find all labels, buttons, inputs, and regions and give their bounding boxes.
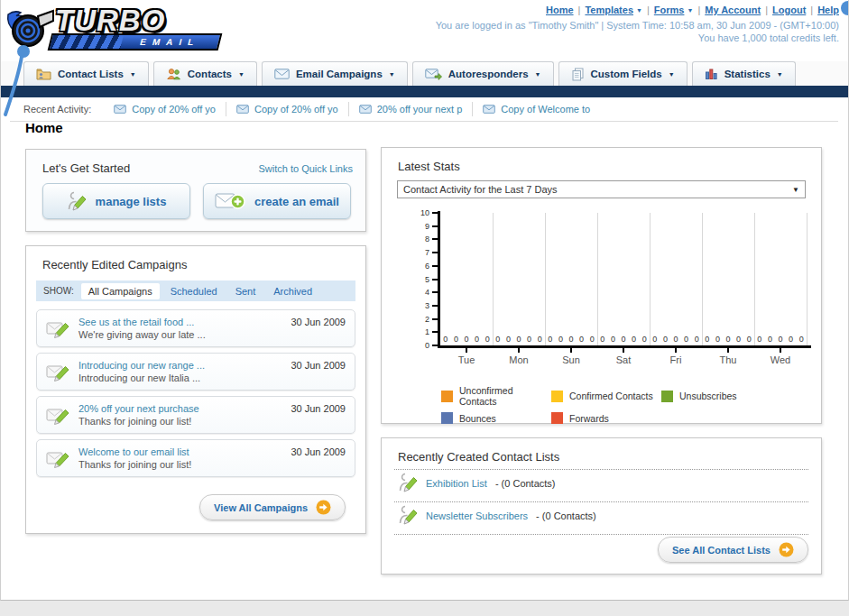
top-nav: Home|Templates▼|Forms▼|My Account|Logout… [436,5,839,15]
tab-email-campaigns[interactable]: Email Campaigns▼ [262,61,408,86]
chart-y-tick-label: 9 [411,222,429,231]
person-pencil-icon [398,473,418,493]
recent-activity-item[interactable]: Copy of Welcome to [472,102,600,116]
nav-link-home[interactable]: Home [546,5,574,15]
campaign-list: See us at the retail food ...We're givin… [36,309,355,483]
app-window: TURBO EMAIL Home|Templates▼|Forms▼|My Ac… [0,0,849,601]
chart-y-tick [432,212,438,214]
view-all-campaigns-button[interactable]: View All Campaigns [199,494,346,520]
campaign-row[interactable]: See us at the retail food ...We're givin… [36,309,355,347]
contacts-icon [166,68,181,80]
stats-range-dropdown[interactable]: Contact Activity for the Last 7 Days ▼ [397,180,806,198]
recent-activity-label: Recent Activity: [23,104,91,115]
legend-swatch [441,391,453,402]
chart-x-tick [466,348,467,353]
chart-y-tick-label: 3 [411,301,429,310]
recent-activity-item-label: Copy of Welcome to [501,104,590,115]
chevron-down-icon: ▼ [130,71,136,78]
tab-label: Statistics [724,69,771,79]
filter-archived[interactable]: Archived [266,283,319,299]
tab-contact-lists[interactable]: Contact Lists▼ [23,61,149,86]
create-an-email-button[interactable]: create an email [203,183,351,219]
chart-legend: Unconfirmed ContactsConfirmed ContactsUn… [441,385,815,424]
chart-value-label: 0 [673,335,678,344]
chart-value-label: 0 [757,335,761,344]
pencil-envelope-icon [46,362,69,382]
nav-link-my-account[interactable]: My Account [705,5,761,15]
recent-activity-item-label: 20% off your next p [377,104,463,115]
tab-label: Custom Fields [591,69,662,79]
campaign-subtitle: Introducing our new Italia ... [78,372,291,384]
chart-y-axis [438,211,440,347]
chart-y-tick [432,318,438,320]
campaign-row[interactable]: 20% off your next purchaseThanks for joi… [36,396,355,434]
logo: TURBO EMAIL [8,4,225,54]
tab-statistics[interactable]: Statistics▼ [692,61,796,86]
contact-list-name-link[interactable]: Exhibition List [426,478,487,489]
chart-value-label: 0 [768,335,772,344]
campaign-row[interactable]: Welcome to our email listThanks for join… [36,439,355,477]
recent-activity-item[interactable]: 20% off your next p [348,102,473,116]
campaign-row[interactable]: Introducing our new range ...Introducing… [36,353,355,391]
contact-list-row[interactable]: Newsletter Subscribers- (0 Contacts) [382,502,821,529]
credits-info: You have 1,000 total credits left. [436,32,839,43]
manage-lists-button[interactable]: manage lists [42,183,190,219]
chart-x-tick [570,348,572,353]
chart-value-label: 0 [725,335,730,344]
tab-custom-fields[interactable]: Custom Fields▼ [558,61,688,86]
chart-value-label: 0 [652,335,657,344]
campaign-title-link[interactable]: See us at the retail food ... [78,316,291,328]
campaign-date: 30 Jun 2009 [291,403,346,414]
chart-value-label: 0 [642,335,647,344]
legend-label: Unconfirmed Contacts [459,385,551,407]
see-all-contact-lists-button[interactable]: See All Contact Lists [658,537,808,563]
nav-link-help[interactable]: Help [817,5,839,15]
chart-x-tick [780,348,781,353]
divider-bar [1,86,848,97]
chart-y-tick [432,279,438,280]
chart-y-tick [432,331,438,333]
chart-y-tick-label: 10 [411,208,429,217]
filter-scheduled[interactable]: Scheduled [163,283,225,299]
tab-label: Contact Lists [58,69,124,79]
recent-activity-item[interactable]: Copy of 20% off yo [226,102,348,116]
get-started-panel: Let's Get Started Switch to Quick Links … [25,149,366,232]
chart-value-label: 0 [736,335,741,344]
chart-value-label: 0 [663,335,668,344]
chart-value-label: 0 [684,335,688,344]
nav-link-logout[interactable]: Logout [772,5,806,15]
chart-x-tick-label: Fri [650,354,702,365]
legend-item: Forwards [551,412,661,424]
filter-sent[interactable]: Sent [228,283,263,299]
contact-list-name-link[interactable]: Newsletter Subscribers [426,510,528,521]
contact-lists-panel-title: Recently Created Contact Lists [382,438,821,464]
tab-autoresponders[interactable]: Autoresponders▼ [412,61,554,86]
recent-activity-item[interactable]: Copy of 20% off yo [104,102,226,116]
legend-label: Forwards [569,413,609,424]
statistics-icon [705,68,718,80]
tab-label: Contacts [188,69,232,79]
legend-label: Confirmed Contacts [569,391,653,401]
nav-link-forms[interactable]: Forms [654,5,685,15]
chart-value-label: 0 [715,335,720,344]
contact-lists-panel: Recently Created Contact Lists Exhibitio… [381,437,822,575]
switch-quick-links-link[interactable]: Switch to Quick Links [258,163,353,174]
campaign-title-link[interactable]: Welcome to our email list [78,446,291,458]
campaign-title-link[interactable]: Introducing our new range ... [78,359,291,372]
chart-x-tick [518,348,520,353]
legend-swatch [441,412,453,424]
legend-label: Bounces [459,413,496,424]
chart-value-label: 0 [632,335,636,344]
person-pencil-icon [67,191,87,212]
chart-value-label: 0 [475,335,479,344]
contact-list-row[interactable]: Exhibition List- (0 Contacts) [382,470,821,496]
envelope-small-icon [114,105,126,114]
filter-all-campaigns[interactable]: All Campaigns [81,283,160,299]
nav-link-templates[interactable]: Templates [585,5,633,15]
tab-contacts[interactable]: Contacts▼ [153,61,257,86]
logo-banner: EMAIL [48,33,223,51]
campaign-date: 30 Jun 2009 [291,360,346,371]
chart-value-label: 0 [538,335,542,344]
recent-activity-item-label: Copy of 20% off yo [254,104,338,115]
campaign-title-link[interactable]: 20% off your next purchase [78,402,291,415]
